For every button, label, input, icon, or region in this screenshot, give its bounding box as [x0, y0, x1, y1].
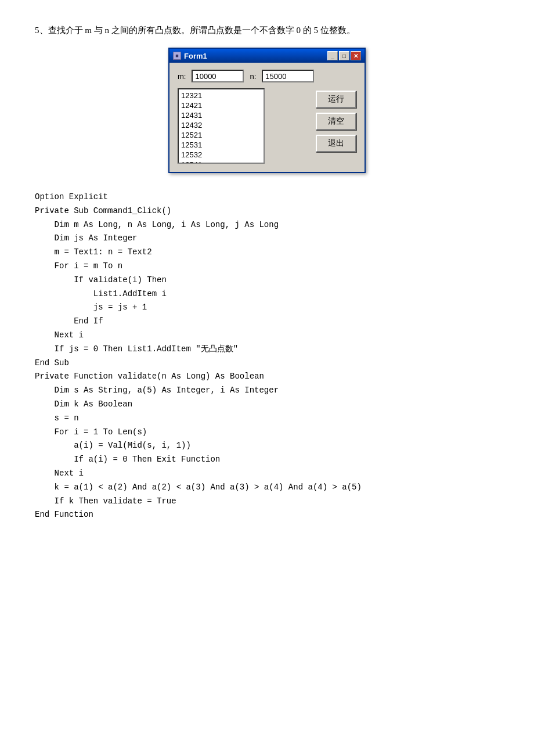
clear-button[interactable]: 清空	[316, 113, 356, 130]
app-icon: ■	[173, 52, 181, 60]
code-line: Option Explicit	[35, 190, 499, 204]
run-button[interactable]: 运行	[316, 91, 356, 108]
code-line: s = n	[35, 412, 499, 426]
code-line: List1.AddItem i	[35, 287, 499, 301]
code-line: Next i	[35, 467, 499, 481]
action-buttons: 运行 清空 退出	[316, 91, 356, 152]
list-item[interactable]: 12521	[180, 130, 262, 140]
list-item[interactable]: 12321	[180, 91, 262, 100]
dialog-title: Form1	[184, 52, 207, 60]
list-item[interactable]: 12431	[180, 110, 262, 120]
code-line: k = a(1) < a(2) And a(2) < a(3) And a(3)…	[35, 481, 499, 495]
list-item[interactable]: 12432	[180, 120, 262, 130]
code-block: Option ExplicitPrivate Sub Command1_Clic…	[35, 190, 499, 522]
code-line: End If	[35, 315, 499, 329]
minimize-button[interactable]: _	[327, 51, 338, 60]
list-item[interactable]: 12532	[180, 150, 262, 160]
content-row: 1232112421124311243212521125311253212541…	[178, 88, 356, 164]
m-input[interactable]	[192, 70, 244, 82]
dialog-wrapper: ■ Form1 _ □ ✕ m: n: 12321124211	[35, 48, 499, 173]
list-item[interactable]: 12541	[180, 160, 262, 164]
code-line: If k Then validate = True	[35, 495, 499, 509]
titlebar-left: ■ Form1	[173, 52, 207, 60]
code-line: End Sub	[35, 357, 499, 370]
page-description: 5、查找介于 m 与 n 之间的所有凸点数。所谓凸点数是一个不含数字 0 的 5…	[35, 23, 499, 37]
code-line: Dim js As Integer	[35, 232, 499, 246]
input-row: m: n:	[178, 70, 356, 82]
win-titlebar: ■ Form1 _ □ ✕	[169, 49, 365, 63]
code-line: Dim s As String, a(5) As Integer, i As I…	[35, 384, 499, 398]
code-line: Dim m As Long, n As Long, i As Long, j A…	[35, 218, 499, 232]
list-item[interactable]: 12531	[180, 140, 262, 150]
maximize-button[interactable]: □	[339, 51, 349, 60]
code-line: If validate(i) Then	[35, 273, 499, 287]
win-dialog: ■ Form1 _ □ ✕ m: n: 12321124211	[168, 48, 366, 173]
code-line: m = Text1: n = Text2	[35, 246, 499, 260]
code-line: Next i	[35, 329, 499, 343]
code-line: If a(i) = 0 Then Exit Function	[35, 453, 499, 467]
code-line: js = js + 1	[35, 301, 499, 315]
list-item[interactable]: 12421	[180, 100, 262, 110]
m-label: m:	[178, 72, 186, 81]
code-line: If js = 0 Then List1.AddItem "无凸点数"	[35, 343, 499, 357]
code-line: a(i) = Val(Mid(s, i, 1))	[35, 439, 499, 453]
result-listbox[interactable]: 1232112421124311243212521125311253212541…	[178, 88, 265, 164]
code-line: For i = 1 To Len(s)	[35, 426, 499, 440]
listbox-wrapper: 1232112421124311243212521125311253212541…	[178, 88, 310, 164]
n-label: n:	[250, 72, 256, 81]
n-input[interactable]	[262, 70, 314, 82]
code-line: End Function	[35, 508, 499, 522]
close-button[interactable]: ✕	[351, 51, 361, 60]
titlebar-buttons[interactable]: _ □ ✕	[327, 51, 361, 60]
code-line: Private Function validate(n As Long) As …	[35, 370, 499, 384]
code-line: For i = m To n	[35, 260, 499, 273]
exit-button[interactable]: 退出	[316, 135, 356, 152]
dialog-body: m: n: 1232112421124311243212521125311253…	[169, 63, 365, 172]
code-line: Dim k As Boolean	[35, 398, 499, 412]
code-line: Private Sub Command1_Click()	[35, 204, 499, 218]
